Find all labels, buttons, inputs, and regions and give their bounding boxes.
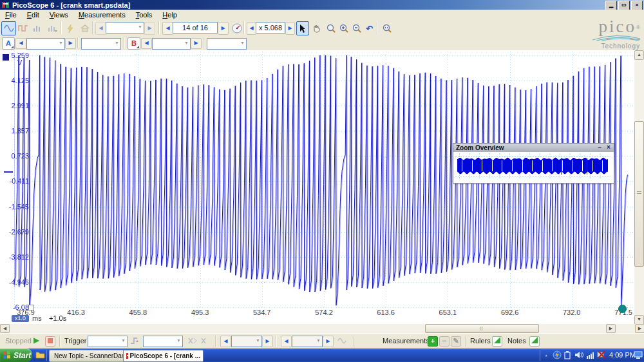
x-axis-handle[interactable] xyxy=(28,305,34,310)
start-button[interactable]: Start xyxy=(0,348,32,362)
zoom-out-icon xyxy=(352,24,361,33)
clock[interactable]: 4:09 PM xyxy=(609,351,636,359)
signal-strength-tray-icon[interactable] xyxy=(586,350,596,360)
menu-item-views[interactable]: Views xyxy=(44,11,73,19)
restore-button[interactable]: ▭ xyxy=(618,1,630,10)
trigger-source-select[interactable] xyxy=(143,336,183,347)
trigger-level-up-button[interactable]: ▶ xyxy=(262,336,273,347)
channel-b-range-down-button[interactable]: ◀ xyxy=(141,38,152,49)
add-measurement-button[interactable]: + xyxy=(428,336,438,347)
channel-b-button[interactable]: B xyxy=(128,37,140,50)
zoom-out-tool-button[interactable] xyxy=(350,21,363,35)
display-tray-icon[interactable] xyxy=(634,350,644,360)
timebase-select[interactable] xyxy=(106,22,144,33)
zoom-out-step-button[interactable]: ◀ xyxy=(247,22,256,35)
trigger-level-field[interactable] xyxy=(231,336,262,347)
spectrum-mode-button[interactable] xyxy=(30,21,44,35)
close-button[interactable]: × xyxy=(631,1,643,10)
timebase-prev-button[interactable]: ◀ xyxy=(95,22,106,35)
network-disconnected-tray-icon[interactable] xyxy=(596,350,607,360)
auto-setup-button[interactable] xyxy=(63,21,78,35)
minimize-button[interactable]: ▁ xyxy=(605,1,617,10)
menu-item-file[interactable]: File xyxy=(0,11,22,19)
task-button-picoscope[interactable]: PicoScope 6 - [crank ... xyxy=(123,350,204,362)
trigger-mode-select[interactable] xyxy=(88,336,128,347)
zoom-overview-minimize-icon[interactable]: – xyxy=(596,144,603,151)
menu-item-measurements[interactable]: Measurements xyxy=(73,11,131,19)
buffer-next-button[interactable]: ▶ xyxy=(218,22,229,35)
rulers-button[interactable] xyxy=(492,336,502,347)
zoom-overview-titlebar[interactable]: Zoom Overview – × xyxy=(453,144,614,152)
menu-item-tools[interactable]: Tools xyxy=(131,11,158,19)
timebase-next-button[interactable]: ▶ xyxy=(144,22,155,35)
x-axis-unit-label: ms xyxy=(32,314,42,322)
home-button[interactable] xyxy=(77,21,92,35)
sine-wave-icon xyxy=(4,24,14,32)
pretrigger-down-button[interactable]: ◀ xyxy=(281,336,292,347)
marquee-zoom-tool-button[interactable] xyxy=(324,21,337,35)
scroll-right-button[interactable]: ▶ xyxy=(606,324,616,333)
channel-a-range-select[interactable] xyxy=(26,38,65,50)
view-options-button[interactable] xyxy=(45,21,60,35)
channel-a-zero-marker[interactable] xyxy=(4,171,13,173)
picoscope-app-icon xyxy=(2,1,10,8)
zoom-overview-close-icon[interactable]: × xyxy=(605,144,612,151)
stop-square-icon xyxy=(48,338,53,343)
zoom-overview-window: Zoom Overview – × xyxy=(453,143,614,184)
pretrigger-field[interactable] xyxy=(292,336,323,347)
scroll-up-button[interactable]: ▲ xyxy=(634,50,644,60)
logo-brand-text: pico xyxy=(599,17,637,36)
channel-b-coupling-select[interactable] xyxy=(207,38,247,50)
undo-zoom-button[interactable]: ↶ xyxy=(363,21,376,35)
buffer-index-field[interactable]: 14 of 16 xyxy=(173,22,218,33)
pretrigger-up-button[interactable]: ▶ xyxy=(323,336,334,347)
notes-button[interactable] xyxy=(529,336,540,347)
power-meter-tray-icon[interactable] xyxy=(553,350,563,360)
channel-a-coupling-select[interactable] xyxy=(81,38,121,50)
x-tick-label: 692.6 xyxy=(501,309,519,316)
volume-tray-icon[interactable] xyxy=(574,350,585,360)
buffer-prev-button[interactable]: ◀ xyxy=(162,22,173,35)
xy-mode-button[interactable] xyxy=(15,21,30,35)
x-tick-label: 534.7 xyxy=(253,309,271,316)
scroll-down-button[interactable]: ▼ xyxy=(634,315,644,325)
channel-a-button[interactable]: A xyxy=(2,37,15,50)
battery-tray-icon[interactable] xyxy=(564,350,574,360)
hand-tool-button[interactable] xyxy=(310,21,323,35)
quick-launch-folder-icon[interactable] xyxy=(35,350,46,360)
task-button-browser[interactable]: New Topic - ScannerDan... xyxy=(49,350,128,362)
menu-item-help[interactable]: Help xyxy=(157,11,182,19)
edit-measurement-button[interactable]: ✎ xyxy=(451,336,461,347)
horizontal-scrollbar[interactable]: ◀ ▶ ▶ xyxy=(0,324,644,333)
vertical-scrollbar[interactable]: ▲ ▼ xyxy=(634,50,644,324)
trigger-level-down-button[interactable]: ◀ xyxy=(220,336,231,347)
zoom-overview-toggle-button[interactable] xyxy=(380,21,394,35)
scroll-right-corner-button[interactable]: ▶ xyxy=(635,324,644,333)
delete-measurement-button[interactable]: − xyxy=(439,336,450,347)
zoom-factor-field[interactable]: x 5.068 xyxy=(256,22,285,33)
scroll-left-button[interactable]: ◀ xyxy=(0,324,10,333)
scope-mode-button[interactable] xyxy=(1,21,16,35)
channel-a-axis-handle[interactable] xyxy=(3,54,9,61)
stop-capture-button[interactable] xyxy=(45,336,55,347)
channel-a-range-up-button[interactable]: ▶ xyxy=(65,38,76,49)
zoom-in-step-button[interactable]: ▶ xyxy=(285,22,295,35)
x-tick-label: 416.3 xyxy=(67,309,85,316)
vertical-scroll-thumb[interactable] xyxy=(634,121,644,267)
falling-edge-icon[interactable] xyxy=(201,337,210,346)
channel-b-range-up-button[interactable]: ▶ xyxy=(191,38,202,49)
channel-a-range-down-button[interactable]: ◀ xyxy=(15,38,26,49)
title-bar[interactable]: PicoScope 6 - [crank smart.psdata] ▁ ▭ × xyxy=(0,0,644,10)
start-capture-icon[interactable]: ▶ xyxy=(33,336,39,345)
trigger-edge-icon[interactable] xyxy=(130,336,140,347)
zoom-overview-canvas[interactable] xyxy=(454,153,612,181)
rapid-trigger-icon[interactable] xyxy=(337,337,348,346)
horizontal-scroll-thumb[interactable] xyxy=(425,324,539,333)
normal-select-tool-button[interactable] xyxy=(296,21,309,35)
zoom-in-tool-button[interactable] xyxy=(337,21,350,35)
menu-item-edit[interactable]: Edit xyxy=(22,11,44,19)
rising-edge-icon[interactable] xyxy=(188,337,197,346)
buffer-overview-button[interactable] xyxy=(229,21,244,35)
x-axis-scale-badge: x1.0 xyxy=(12,315,29,322)
channel-b-range-select[interactable] xyxy=(152,38,191,50)
